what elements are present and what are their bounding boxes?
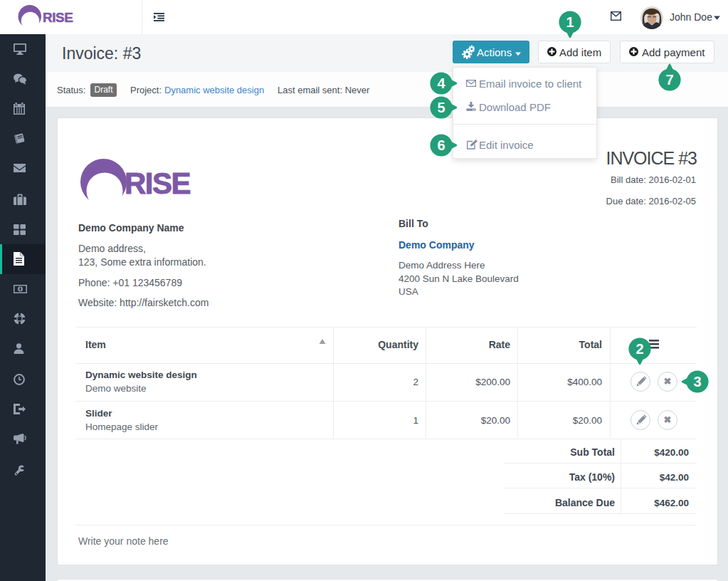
svg-text:5: 5 [437, 100, 445, 115]
svg-text:6: 6 [437, 137, 445, 153]
svg-text:2: 2 [635, 341, 643, 357]
svg-text:1: 1 [566, 14, 574, 30]
svg-text:3: 3 [693, 374, 701, 389]
svg-text:7: 7 [665, 72, 673, 88]
